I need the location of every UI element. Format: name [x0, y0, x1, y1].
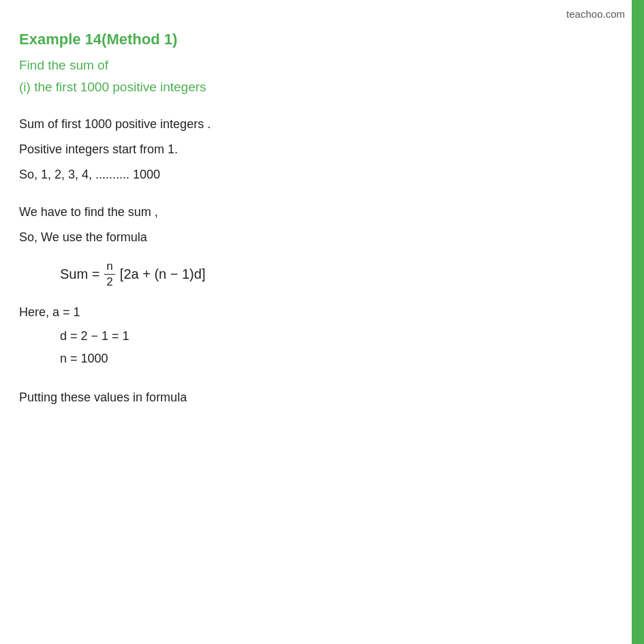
fraction-n-2: n 2	[104, 259, 114, 290]
part-i-label: (i) the first 1000 positive integers	[19, 80, 586, 95]
fraction-numerator: n	[104, 259, 114, 275]
right-bar	[632, 0, 644, 644]
fraction-denominator: 2	[104, 275, 114, 290]
watermark: teachoo.com	[566, 8, 625, 20]
here-a-text: Here, a = 1	[19, 303, 586, 322]
find-sum-label: Find the sum of	[19, 58, 586, 73]
formula-sum-label: Sum =	[60, 266, 99, 282]
line1-text: Sum of first 1000 positive integers .	[19, 115, 586, 134]
line4-text: We have to find the sum ,	[19, 203, 586, 221]
putting-text: Putting these values in formula	[19, 388, 586, 407]
here-d-text: d = 2 − 1 = 1	[60, 327, 586, 346]
example-title: Example 14(Method 1)	[19, 31, 586, 48]
line2-text: Positive integers start from 1.	[19, 140, 586, 159]
main-content: Example 14(Method 1) Find the sum of (i)…	[0, 0, 627, 441]
formula-container: Sum = n 2 [2a + (n − 1)d]	[60, 259, 586, 290]
here-n-text: n = 1000	[60, 350, 586, 368]
page-container: teachoo.com Example 14(Method 1) Find th…	[0, 0, 644, 644]
line5-text: So, We use the formula	[19, 228, 586, 247]
formula-bracket-part: [2a + (n − 1)d]	[120, 266, 206, 282]
line3-text: So, 1, 2, 3, 4, .......... 1000	[19, 166, 586, 184]
formula-text: Sum = n 2 [2a + (n − 1)d]	[60, 259, 586, 290]
